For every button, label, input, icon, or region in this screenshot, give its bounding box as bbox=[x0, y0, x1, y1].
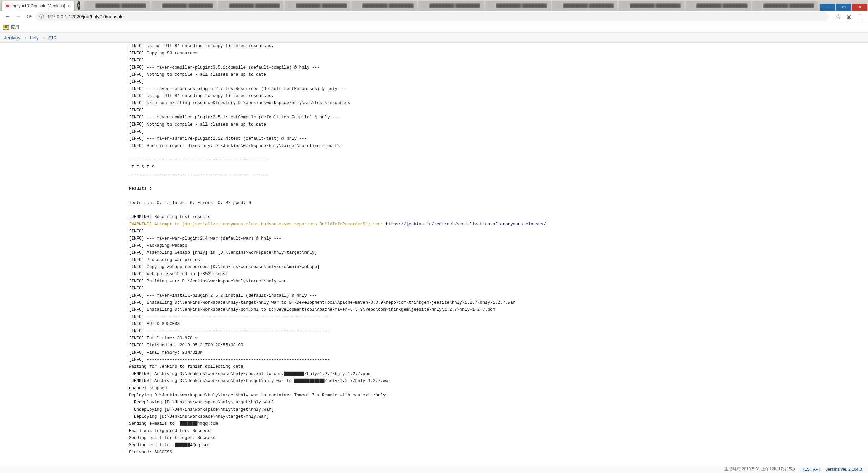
tab-favicon-icon bbox=[489, 3, 494, 8]
breadcrumb-root[interactable]: Jenkins bbox=[4, 35, 20, 40]
tab-favicon-icon bbox=[155, 3, 160, 8]
chevron-right-icon: › bbox=[43, 35, 45, 40]
jenkins-footer: 生成时间 2019-5-31 上午12时17分15秒 REST API Jenk… bbox=[0, 465, 868, 473]
tab-favicon-icon bbox=[756, 3, 761, 8]
apps-grid-icon[interactable] bbox=[3, 25, 9, 30]
breadcrumb: Jenkins › hnly › #10 bbox=[0, 33, 868, 43]
chevron-right-icon: › bbox=[25, 35, 26, 40]
tab-favicon-icon bbox=[355, 3, 360, 8]
browser-tab-blurred[interactable]: ████████ ████████ bbox=[285, 1, 350, 11]
close-tab-icon[interactable]: × bbox=[68, 3, 71, 9]
browser-tab-blurred[interactable]: ████████ ████████ bbox=[485, 1, 551, 11]
nav-back-button[interactable]: ← bbox=[3, 12, 12, 21]
tab-favicon-icon bbox=[422, 3, 427, 8]
site-info-icon[interactable]: ⓘ bbox=[39, 14, 44, 20]
profile-avatar-icon[interactable]: ◉ bbox=[844, 12, 854, 21]
bookmarks-bar: 应用 bbox=[0, 22, 868, 33]
console-scroll-pane[interactable]: [INFO] Using 'UTF-8' encoding to copy fi… bbox=[0, 43, 868, 465]
window-minimize-button[interactable]: — bbox=[820, 4, 835, 11]
new-tab-button[interactable]: + bbox=[77, 1, 80, 10]
footer-generated-time: 生成时间 2019-5-31 上午12时17分15秒 bbox=[724, 466, 795, 472]
url-text: 127.0.0.1:12020/job/hnly/10/console bbox=[47, 14, 124, 19]
breadcrumb-build[interactable]: #10 bbox=[48, 35, 56, 40]
tab-favicon-icon bbox=[622, 3, 628, 8]
jenkins-favicon-icon bbox=[5, 3, 11, 9]
browser-titlebar: hnly #10 Console [Jenkins] × + ████████ … bbox=[0, 0, 868, 11]
footer-version-link[interactable]: Jenkins ver. 2.164.3 bbox=[826, 467, 862, 472]
browser-menu-icon[interactable]: ⋮ bbox=[854, 12, 865, 21]
star-bookmark-icon[interactable]: ☆ bbox=[833, 12, 844, 21]
nav-reload-button[interactable]: ⟳ bbox=[24, 12, 34, 21]
browser-tab-blurred[interactable]: ████████ ████████ bbox=[352, 1, 417, 11]
tab-favicon-icon bbox=[689, 3, 694, 8]
browser-tab-blurred[interactable]: ████████ ████████ bbox=[619, 1, 684, 11]
browser-tab-blurred[interactable]: ████████ ████████ bbox=[686, 1, 751, 11]
tab-favicon-icon bbox=[221, 3, 227, 8]
footer-rest-api-link[interactable]: REST API bbox=[801, 467, 820, 472]
browser-address-bar: ← → ⟳ ⓘ 127.0.0.1:12020/job/hnly/10/cons… bbox=[0, 11, 868, 22]
browser-tab-blurred[interactable]: ████████ ████████ bbox=[752, 1, 818, 11]
browser-tabs-row: hnly #10 Console [Jenkins] × + ████████ … bbox=[0, 0, 820, 11]
console-output: [INFO] Using 'UTF-8' encoding to copy fi… bbox=[129, 43, 868, 456]
tab-title: hnly #10 Console [Jenkins] bbox=[13, 3, 65, 8]
browser-tab-blurred[interactable]: ████████ ████████ bbox=[151, 1, 217, 11]
browser-tab-blurred[interactable]: ████████ ████████ bbox=[552, 1, 617, 11]
tab-favicon-icon bbox=[88, 3, 93, 8]
window-maximize-button[interactable]: ▭ bbox=[836, 4, 851, 11]
window-controls: — ▭ ✕ bbox=[820, 4, 867, 11]
nav-forward-button[interactable]: → bbox=[14, 12, 23, 21]
browser-tab-blurred[interactable]: ████████ ████████ bbox=[84, 1, 150, 11]
tab-favicon-icon bbox=[288, 3, 294, 8]
browser-tab-active[interactable]: hnly #10 Console [Jenkins] × bbox=[1, 1, 75, 11]
tab-favicon-icon bbox=[555, 3, 561, 8]
warning-link[interactable]: https://jenkins.io/redirect/serializatio… bbox=[386, 222, 546, 227]
browser-tab-blurred[interactable]: ████████ ████████ bbox=[218, 1, 283, 11]
window-close-button[interactable]: ✕ bbox=[852, 4, 867, 11]
breadcrumb-job[interactable]: hnly bbox=[30, 35, 39, 40]
url-field[interactable]: ⓘ 127.0.0.1:12020/job/hnly/10/console bbox=[35, 12, 829, 21]
browser-tab-blurred[interactable]: ████████ ████████ bbox=[418, 1, 484, 11]
bookmarks-apps-label[interactable]: 应用 bbox=[11, 24, 19, 30]
